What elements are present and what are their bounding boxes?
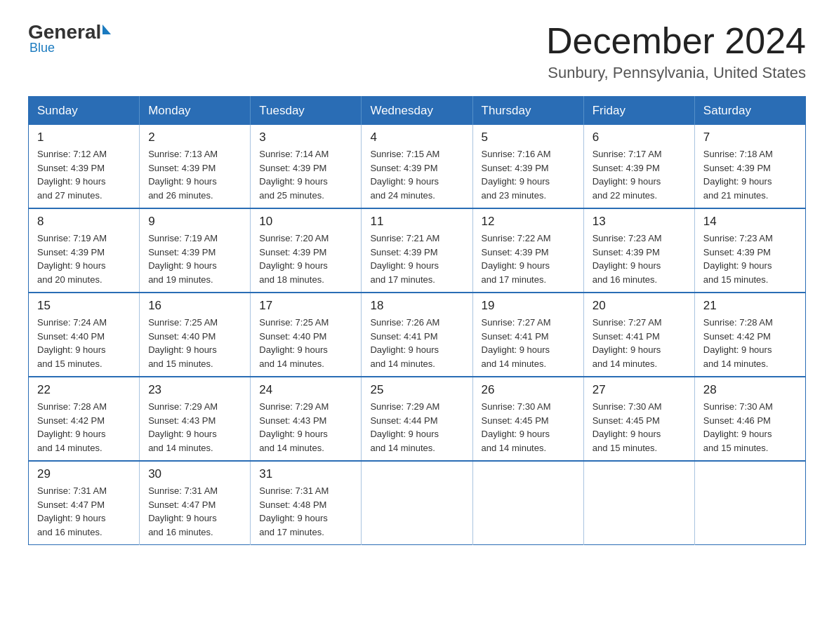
- day-info: Sunrise: 7:29 AM Sunset: 4:44 PM Dayligh…: [370, 400, 463, 455]
- weekday-header-row: SundayMondayTuesdayWednesdayThursdayFrid…: [29, 97, 806, 126]
- day-number: 24: [259, 383, 352, 397]
- calendar-cell: 8 Sunrise: 7:19 AM Sunset: 4:39 PM Dayli…: [29, 208, 140, 293]
- title-area: December 2024 Sunbury, Pennsylvania, Uni…: [546, 21, 806, 82]
- calendar-cell: 20 Sunrise: 7:27 AM Sunset: 4:41 PM Dayl…: [583, 293, 694, 377]
- day-number: 8: [37, 215, 131, 229]
- weekday-header-sunday: Sunday: [29, 97, 140, 126]
- day-number: 1: [37, 130, 131, 145]
- day-number: 20: [593, 299, 686, 313]
- day-info: Sunrise: 7:28 AM Sunset: 4:42 PM Dayligh…: [37, 400, 131, 455]
- calendar-cell: 23 Sunrise: 7:29 AM Sunset: 4:43 PM Dayl…: [140, 377, 251, 461]
- day-info: Sunrise: 7:17 AM Sunset: 4:39 PM Dayligh…: [593, 147, 686, 202]
- day-number: 11: [370, 215, 463, 229]
- day-info: Sunrise: 7:25 AM Sunset: 4:40 PM Dayligh…: [148, 316, 241, 370]
- calendar-cell: 11 Sunrise: 7:21 AM Sunset: 4:39 PM Dayl…: [362, 208, 472, 293]
- calendar-cell: 13 Sunrise: 7:23 AM Sunset: 4:39 PM Dayl…: [583, 208, 694, 293]
- calendar-cell: [472, 461, 583, 545]
- calendar-week-row: 8 Sunrise: 7:19 AM Sunset: 4:39 PM Dayli…: [29, 208, 806, 293]
- calendar-cell: 22 Sunrise: 7:28 AM Sunset: 4:42 PM Dayl…: [29, 377, 140, 461]
- day-number: 4: [370, 130, 463, 145]
- calendar-cell: 4 Sunrise: 7:15 AM Sunset: 4:39 PM Dayli…: [362, 125, 472, 208]
- location-title: Sunbury, Pennsylvania, United States: [546, 64, 806, 82]
- day-info: Sunrise: 7:24 AM Sunset: 4:40 PM Dayligh…: [37, 316, 131, 370]
- calendar-cell: 17 Sunrise: 7:25 AM Sunset: 4:40 PM Dayl…: [251, 293, 362, 377]
- day-info: Sunrise: 7:22 AM Sunset: 4:39 PM Dayligh…: [482, 232, 575, 286]
- logo-blue: Blue: [29, 41, 55, 55]
- calendar-cell: 21 Sunrise: 7:28 AM Sunset: 4:42 PM Dayl…: [694, 293, 805, 377]
- day-info: Sunrise: 7:31 AM Sunset: 4:48 PM Dayligh…: [259, 484, 352, 539]
- day-number: 5: [482, 130, 575, 145]
- calendar-cell: 10 Sunrise: 7:20 AM Sunset: 4:39 PM Dayl…: [251, 208, 362, 293]
- day-number: 25: [370, 383, 463, 397]
- calendar-cell: 26 Sunrise: 7:30 AM Sunset: 4:45 PM Dayl…: [472, 377, 583, 461]
- calendar-cell: 5 Sunrise: 7:16 AM Sunset: 4:39 PM Dayli…: [472, 125, 583, 208]
- calendar-cell: 29 Sunrise: 7:31 AM Sunset: 4:47 PM Dayl…: [29, 461, 140, 545]
- month-title: December 2024: [546, 21, 806, 61]
- day-info: Sunrise: 7:31 AM Sunset: 4:47 PM Dayligh…: [37, 484, 131, 539]
- calendar-cell: 15 Sunrise: 7:24 AM Sunset: 4:40 PM Dayl…: [29, 293, 140, 377]
- weekday-header-tuesday: Tuesday: [251, 97, 362, 126]
- calendar-week-row: 1 Sunrise: 7:12 AM Sunset: 4:39 PM Dayli…: [29, 125, 806, 208]
- calendar-table: SundayMondayTuesdayWednesdayThursdayFrid…: [28, 96, 806, 545]
- day-info: Sunrise: 7:14 AM Sunset: 4:39 PM Dayligh…: [259, 147, 352, 202]
- day-number: 31: [259, 467, 352, 481]
- calendar-cell: [694, 461, 805, 545]
- calendar-cell: [583, 461, 694, 545]
- day-number: 27: [593, 383, 686, 397]
- weekday-header-monday: Monday: [140, 97, 251, 126]
- weekday-header-friday: Friday: [583, 97, 694, 126]
- day-info: Sunrise: 7:30 AM Sunset: 4:46 PM Dayligh…: [703, 400, 797, 455]
- day-number: 21: [703, 299, 797, 313]
- calendar-cell: 14 Sunrise: 7:23 AM Sunset: 4:39 PM Dayl…: [694, 208, 805, 293]
- day-number: 17: [259, 299, 352, 313]
- weekday-header-saturday: Saturday: [694, 97, 805, 126]
- calendar-cell: [362, 461, 472, 545]
- day-info: Sunrise: 7:29 AM Sunset: 4:43 PM Dayligh…: [259, 400, 352, 455]
- day-number: 16: [148, 299, 241, 313]
- calendar-cell: 1 Sunrise: 7:12 AM Sunset: 4:39 PM Dayli…: [29, 125, 140, 208]
- calendar-cell: 9 Sunrise: 7:19 AM Sunset: 4:39 PM Dayli…: [140, 208, 251, 293]
- calendar-cell: 27 Sunrise: 7:30 AM Sunset: 4:45 PM Dayl…: [583, 377, 694, 461]
- calendar-cell: 3 Sunrise: 7:14 AM Sunset: 4:39 PM Dayli…: [251, 125, 362, 208]
- day-number: 29: [37, 467, 131, 481]
- calendar-cell: 7 Sunrise: 7:18 AM Sunset: 4:39 PM Dayli…: [694, 125, 805, 208]
- calendar-cell: 25 Sunrise: 7:29 AM Sunset: 4:44 PM Dayl…: [362, 377, 472, 461]
- calendar-cell: 24 Sunrise: 7:29 AM Sunset: 4:43 PM Dayl…: [251, 377, 362, 461]
- weekday-header-wednesday: Wednesday: [362, 97, 472, 126]
- day-info: Sunrise: 7:13 AM Sunset: 4:39 PM Dayligh…: [148, 147, 241, 202]
- day-number: 28: [703, 383, 797, 397]
- calendar-week-row: 15 Sunrise: 7:24 AM Sunset: 4:40 PM Dayl…: [29, 293, 806, 377]
- logo: General Blue: [28, 21, 112, 55]
- day-number: 12: [482, 215, 575, 229]
- day-number: 10: [259, 215, 352, 229]
- day-info: Sunrise: 7:25 AM Sunset: 4:40 PM Dayligh…: [259, 316, 352, 370]
- day-info: Sunrise: 7:23 AM Sunset: 4:39 PM Dayligh…: [593, 232, 686, 286]
- day-info: Sunrise: 7:16 AM Sunset: 4:39 PM Dayligh…: [482, 147, 575, 202]
- calendar-week-row: 22 Sunrise: 7:28 AM Sunset: 4:42 PM Dayl…: [29, 377, 806, 461]
- day-number: 30: [148, 467, 241, 481]
- calendar-cell: 12 Sunrise: 7:22 AM Sunset: 4:39 PM Dayl…: [472, 208, 583, 293]
- calendar-cell: 28 Sunrise: 7:30 AM Sunset: 4:46 PM Dayl…: [694, 377, 805, 461]
- day-number: 23: [148, 383, 241, 397]
- day-info: Sunrise: 7:30 AM Sunset: 4:45 PM Dayligh…: [593, 400, 686, 455]
- day-info: Sunrise: 7:21 AM Sunset: 4:39 PM Dayligh…: [370, 232, 463, 286]
- calendar-cell: 30 Sunrise: 7:31 AM Sunset: 4:47 PM Dayl…: [140, 461, 251, 545]
- day-info: Sunrise: 7:31 AM Sunset: 4:47 PM Dayligh…: [148, 484, 241, 539]
- calendar-cell: 2 Sunrise: 7:13 AM Sunset: 4:39 PM Dayli…: [140, 125, 251, 208]
- calendar-cell: 31 Sunrise: 7:31 AM Sunset: 4:48 PM Dayl…: [251, 461, 362, 545]
- day-number: 7: [703, 130, 797, 145]
- day-number: 14: [703, 215, 797, 229]
- day-info: Sunrise: 7:23 AM Sunset: 4:39 PM Dayligh…: [703, 232, 797, 286]
- calendar-cell: 19 Sunrise: 7:27 AM Sunset: 4:41 PM Dayl…: [472, 293, 583, 377]
- day-info: Sunrise: 7:29 AM Sunset: 4:43 PM Dayligh…: [148, 400, 241, 455]
- calendar-cell: 16 Sunrise: 7:25 AM Sunset: 4:40 PM Dayl…: [140, 293, 251, 377]
- day-info: Sunrise: 7:27 AM Sunset: 4:41 PM Dayligh…: [482, 316, 575, 370]
- day-number: 19: [482, 299, 575, 313]
- day-number: 3: [259, 130, 352, 145]
- day-number: 13: [593, 215, 686, 229]
- day-info: Sunrise: 7:15 AM Sunset: 4:39 PM Dayligh…: [370, 147, 463, 202]
- day-number: 6: [593, 130, 686, 145]
- day-number: 26: [482, 383, 575, 397]
- day-info: Sunrise: 7:30 AM Sunset: 4:45 PM Dayligh…: [482, 400, 575, 455]
- calendar-cell: 18 Sunrise: 7:26 AM Sunset: 4:41 PM Dayl…: [362, 293, 472, 377]
